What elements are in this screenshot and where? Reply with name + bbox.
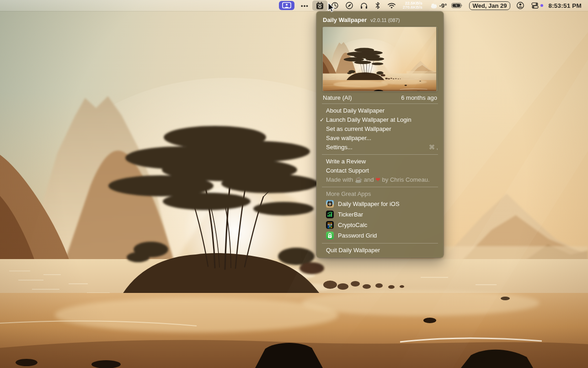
weather-menu-item[interactable]: -9° bbox=[426, 0, 448, 11]
menu-item-credit: Made with ☕ and ❤ by Chris Comeau. bbox=[316, 175, 444, 184]
date-menu-item[interactable]: Wed, Jan 29 bbox=[469, 1, 511, 10]
control-center-toggles-icon bbox=[531, 1, 539, 10]
wallpaper-preview[interactable] bbox=[323, 27, 437, 91]
menu-item-label: Quit Daily Wallpaper bbox=[326, 247, 380, 254]
time-machine-menu-item[interactable] bbox=[327, 0, 342, 11]
section-header-label: More Great Apps bbox=[326, 191, 371, 197]
menu-item-settings[interactable]: Settings... ⌘ , bbox=[316, 143, 444, 152]
menu-item-app-ios[interactable]: Daily Wallpaper for iOS bbox=[316, 199, 444, 209]
tickerbar-app-icon bbox=[326, 211, 334, 218]
app-version: v2.0.11 (087) bbox=[370, 17, 400, 23]
app-label: TickerBar bbox=[338, 211, 363, 218]
menu-item-label: Set as current Wallpaper bbox=[326, 126, 391, 132]
overflow-menu-item[interactable]: ••• bbox=[297, 0, 312, 11]
app-title: Daily Wallpaper bbox=[323, 16, 367, 23]
coffee-emoji-icon: ☕ bbox=[355, 176, 362, 183]
app-label: Daily Wallpaper for iOS bbox=[338, 200, 400, 207]
time-machine-icon bbox=[331, 1, 339, 10]
bluetooth-icon bbox=[374, 1, 381, 10]
menu-item-launch-at-login[interactable]: ✓ Launch Daily Wallpaper at Login bbox=[316, 115, 444, 124]
wifi-menu-item[interactable] bbox=[384, 0, 399, 11]
headphones-menu-item[interactable] bbox=[357, 0, 371, 11]
daily-wallpaper-ios-app-icon bbox=[326, 200, 334, 208]
compass-menu-item[interactable] bbox=[342, 0, 357, 11]
password-grid-app-icon bbox=[326, 232, 334, 239]
menu-item-app-cryptocalc[interactable]: CryptoCalc bbox=[316, 220, 444, 230]
credit-prefix: Made with bbox=[326, 176, 353, 183]
menu-item-contact-support[interactable]: Contact Support bbox=[316, 166, 444, 175]
wallpaper-preview-image bbox=[323, 27, 436, 91]
menu-item-label: Save wallpaper... bbox=[326, 135, 371, 141]
menu-separator bbox=[322, 243, 438, 244]
heart-emoji-icon: ❤ bbox=[375, 176, 380, 183]
menu-item-about[interactable]: About Daily Wallpaper bbox=[316, 106, 444, 115]
desktop-wallpaper bbox=[0, 0, 588, 368]
compass-icon bbox=[345, 1, 353, 10]
checkmark-icon: ✓ bbox=[320, 117, 325, 123]
menu-bar: ••• bbox=[0, 0, 588, 11]
user-account-menu-item[interactable] bbox=[513, 0, 528, 11]
daily-wallpaper-icon bbox=[315, 1, 324, 10]
weather-cloud-icon bbox=[429, 2, 438, 9]
credit-and: and bbox=[364, 176, 374, 183]
battery-charging-icon bbox=[451, 2, 463, 9]
preview-caption-row: Nature (AI) 6 months ago bbox=[323, 94, 437, 101]
network-speed-down: 270.6KB/s bbox=[403, 5, 422, 10]
menu-header: Daily Wallpaper v2.0.11 (087) bbox=[316, 14, 444, 24]
credit-text: Made with ☕ and ❤ by Chris Comeau. bbox=[326, 177, 430, 183]
menu-separator bbox=[322, 187, 438, 187]
headphones-icon bbox=[360, 1, 368, 10]
menu-item-write-review[interactable]: Write a Review bbox=[316, 157, 444, 166]
menu-item-quit[interactable]: Quit Daily Wallpaper bbox=[316, 246, 444, 255]
wifi-icon bbox=[387, 2, 396, 9]
battery-menu-item[interactable] bbox=[448, 0, 466, 11]
bluetooth-menu-item[interactable] bbox=[371, 0, 384, 11]
control-center-menu-item[interactable] bbox=[528, 0, 546, 11]
temperature-label: -9° bbox=[439, 2, 447, 9]
clock-menu-item[interactable]: 8:53:51 PM bbox=[546, 2, 585, 9]
daily-wallpaper-menu-item[interactable] bbox=[312, 0, 327, 11]
menu-item-app-tickerbar[interactable]: TickerBar bbox=[316, 209, 444, 220]
menu-item-label: Contact Support bbox=[326, 168, 369, 174]
menu-separator bbox=[322, 154, 438, 155]
app-label: CryptoCalc bbox=[338, 222, 367, 228]
menu-item-set-current[interactable]: Set as current Wallpaper bbox=[316, 124, 444, 134]
menu-section-more-apps: More Great Apps bbox=[316, 189, 444, 199]
menu-item-label: Write a Review bbox=[326, 158, 366, 165]
date-label: Wed, Jan 29 bbox=[473, 2, 507, 9]
menu-item-app-passwordgrid[interactable]: Password Grid bbox=[316, 230, 444, 241]
ellipsis-icon: ••• bbox=[301, 2, 309, 9]
app-label: Password Grid bbox=[338, 232, 377, 239]
menu-item-label: About Daily Wallpaper bbox=[326, 108, 385, 114]
menu-item-save-wallpaper[interactable]: Save wallpaper... bbox=[316, 134, 444, 143]
menu-item-label: Settings... bbox=[326, 144, 353, 151]
user-account-icon bbox=[516, 1, 524, 10]
notification-dot bbox=[540, 4, 543, 7]
screen-mirroring-icon bbox=[282, 2, 292, 9]
screen-mirroring-button[interactable] bbox=[279, 1, 294, 10]
menu-separator bbox=[322, 103, 438, 104]
time-label: 8:53:51 PM bbox=[548, 2, 582, 9]
cryptocalc-app-icon bbox=[326, 221, 334, 229]
menu-item-label: Launch Daily Wallpaper at Login bbox=[326, 117, 412, 123]
settings-shortcut: ⌘ , bbox=[429, 144, 438, 151]
daily-wallpaper-dropdown-menu: Daily Wallpaper v2.0.11 (087) Nature (AI… bbox=[316, 11, 444, 258]
credit-suffix: by Chris Comeau. bbox=[382, 176, 430, 183]
network-speed-menu-item[interactable]: 22.5KB/s 270.6KB/s bbox=[399, 0, 426, 11]
wallpaper-age: 6 months ago bbox=[401, 94, 437, 101]
wallpaper-name: Nature (AI) bbox=[323, 94, 352, 101]
wallpaper-art bbox=[0, 0, 588, 368]
